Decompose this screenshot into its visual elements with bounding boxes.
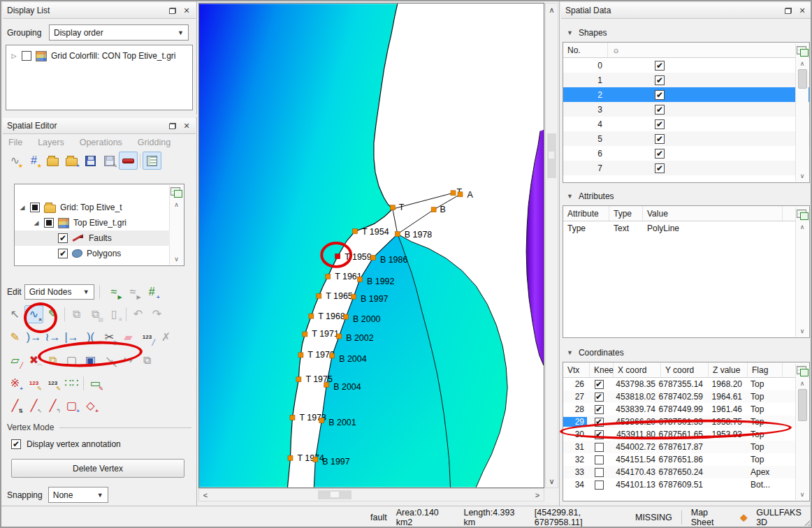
shape-visibility-checkbox[interactable] xyxy=(655,105,665,115)
move-fault-icon[interactable]: ╱↖ xyxy=(24,397,43,415)
vertex-marker[interactable] xyxy=(313,457,318,462)
coordinates-row[interactable]: 27453818.026787402.591964.61Top xyxy=(563,390,809,403)
vertex-marker[interactable] xyxy=(309,314,314,318)
coords-col-knee[interactable]: Knee xyxy=(590,362,614,377)
tree-item-polygons[interactable]: Polygons xyxy=(15,246,170,261)
coords-col-z-value[interactable]: Z value xyxy=(709,362,748,377)
close-panel-icon[interactable]: ✕ xyxy=(797,6,807,15)
open-in-table-icon[interactable] xyxy=(171,187,182,198)
scroll-down-icon[interactable]: ∨ xyxy=(797,325,809,337)
knee-checkbox[interactable] xyxy=(595,380,604,389)
layer-visibility-checkbox[interactable] xyxy=(58,233,68,243)
knee-checkbox[interactable] xyxy=(595,393,604,402)
attributes-section-header[interactable]: ▼ Attributes xyxy=(567,191,614,201)
display-vertex-annotation-checkbox[interactable] xyxy=(11,439,21,449)
coordinates-row[interactable]: 29453866.206787501.331958.75Top xyxy=(563,416,809,428)
split-polyline-icon[interactable]: )(→ xyxy=(81,328,100,346)
expand-arrow-icon[interactable]: ◢ xyxy=(33,219,40,226)
shape-visibility-checkbox[interactable] xyxy=(655,75,665,85)
remove-layer-icon[interactable] xyxy=(119,152,138,170)
vertex-marker[interactable] xyxy=(458,192,463,197)
edit-polyline-icon[interactable]: ∿× xyxy=(24,305,43,323)
map-horizontal-scrollbar[interactable]: < > xyxy=(198,488,544,501)
knee-checkbox[interactable] xyxy=(595,430,604,439)
edit-multiple-icon[interactable]: ✎ xyxy=(43,305,62,323)
scroll-up-icon[interactable]: ∧ xyxy=(171,199,182,210)
vertex-selected[interactable] xyxy=(335,254,340,258)
layer-visibility-checkbox[interactable] xyxy=(58,249,68,258)
layer-visibility-checkbox[interactable] xyxy=(22,51,31,61)
fault-z-shift-icon[interactable]: ╱⇅ xyxy=(6,397,24,415)
close-panel-icon[interactable]: ✕ xyxy=(182,121,191,131)
paste-icon[interactable]: ⧉▤ xyxy=(86,305,105,323)
vertex-marker[interactable] xyxy=(298,353,303,358)
coordinates-row[interactable]: 30453911.806787561.651953.93Top xyxy=(563,428,809,441)
open-in-table-icon[interactable] xyxy=(797,46,809,57)
close-panel-icon[interactable]: ✕ xyxy=(182,6,191,15)
knee-checkbox[interactable] xyxy=(595,455,604,464)
vertex-marker[interactable] xyxy=(326,274,331,279)
shape-visibility-checkbox[interactable] xyxy=(655,90,665,100)
coords-col-vtx[interactable]: Vtx xyxy=(563,362,590,377)
duplicate-stack-icon[interactable]: ⧉ xyxy=(138,351,157,369)
select-rect-icon[interactable]: ▢ xyxy=(62,351,81,369)
open-in-table-icon[interactable] xyxy=(797,210,809,220)
shapes-row[interactable]: 4 xyxy=(563,117,809,131)
coordinates-row[interactable]: 28453839.746787449.991961.46Top xyxy=(563,403,809,416)
scroll-up-icon[interactable]: ∧ xyxy=(797,378,809,389)
vertex-marker[interactable] xyxy=(351,294,356,299)
menu-file[interactable]: File xyxy=(8,138,22,147)
menu-gridding[interactable]: Gridding xyxy=(138,138,171,147)
shape-visibility-checkbox[interactable] xyxy=(655,134,665,144)
attributes-row[interactable]: TypeTextPolyLine xyxy=(563,221,809,235)
save-as-icon[interactable]: ✎ xyxy=(100,152,119,170)
coordinates-row[interactable]: 31454002.726787617.87Top xyxy=(563,441,809,453)
insert-vertex-icon[interactable]: |→ xyxy=(62,328,81,346)
delete-icon[interactable]: ▯≡ xyxy=(105,305,124,323)
copy-icon[interactable]: ⧉ xyxy=(67,305,86,323)
vertex-marker[interactable] xyxy=(358,277,363,281)
table-view-icon[interactable] xyxy=(143,152,161,170)
measure-z-icon[interactable]: 123╱ xyxy=(138,328,157,346)
shapes-row[interactable]: 5 xyxy=(563,131,809,146)
vertex-marker[interactable] xyxy=(288,455,293,460)
vertex-marker[interactable] xyxy=(330,353,335,358)
menu-operations[interactable]: Operations xyxy=(80,138,122,147)
vertex-marker[interactable] xyxy=(290,416,295,420)
vertex-marker[interactable] xyxy=(319,418,324,423)
tree-item-faults[interactable]: Faults xyxy=(15,230,170,246)
boundary-polygon-icon[interactable]: ▱╱ xyxy=(6,351,24,369)
assign-z-icon[interactable]: 123✎ xyxy=(43,374,62,393)
scroll-down-icon[interactable]: ∨ xyxy=(797,170,809,182)
snapping-dropdown[interactable]: None ▼ xyxy=(48,487,108,503)
delete-vertex-button[interactable]: Delete Vertex xyxy=(11,459,184,478)
map-sheet-icon[interactable]: ◆ xyxy=(740,512,747,522)
knee-checkbox[interactable] xyxy=(595,443,604,452)
shapes-row[interactable]: 7 xyxy=(563,161,809,175)
attributes-col-value[interactable]: Value xyxy=(643,206,783,221)
tree-item-grid-top-etive-t[interactable]: ◢Grid: Top Etive_t xyxy=(15,200,170,215)
fill-grid-nodes-icon[interactable]: ∷∷ xyxy=(62,374,81,393)
expand-arrow-icon[interactable]: ▷ xyxy=(10,52,17,59)
shapes-col-no[interactable]: No. xyxy=(563,43,608,57)
shapes-row[interactable]: 0 xyxy=(563,58,809,73)
open-in-table-icon[interactable] xyxy=(797,366,809,376)
open-grid-icon[interactable]: + xyxy=(62,152,81,170)
layer-visibility-checkbox[interactable] xyxy=(44,218,54,228)
expand-arrow-icon[interactable]: ◢ xyxy=(19,204,26,211)
append-vertex-icon[interactable]: )→ xyxy=(24,328,43,346)
shape-visibility-checkbox[interactable] xyxy=(655,119,665,129)
vertex-marker[interactable] xyxy=(317,293,321,298)
shapes-row[interactable]: 6 xyxy=(563,146,809,161)
delete-polyline-icon[interactable]: ✗ xyxy=(157,328,175,346)
scroll-up-icon[interactable]: ∧ xyxy=(797,58,809,69)
coordinates-row[interactable]: 32454151.546787651.86Top xyxy=(563,453,809,466)
vertex-marker[interactable] xyxy=(395,232,400,237)
save-icon[interactable] xyxy=(81,152,100,170)
vertex-marker[interactable] xyxy=(353,229,358,234)
knee-checkbox[interactable] xyxy=(595,418,604,427)
coordinates-row[interactable]: 34454101.136787609.51Bot... xyxy=(563,478,809,491)
float-panel-icon[interactable] xyxy=(168,121,177,131)
move-fault-vertices-icon[interactable]: ╱↰ xyxy=(43,397,62,415)
open-icon[interactable] xyxy=(43,152,62,170)
